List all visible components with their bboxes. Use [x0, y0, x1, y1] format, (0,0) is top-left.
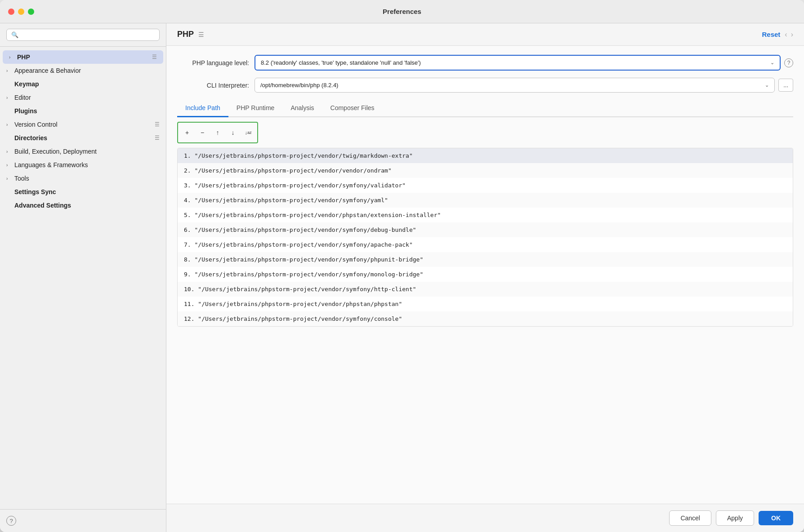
list-item[interactable]: 11. "/Users/jetbrains/phpstorm-project/v…: [178, 297, 793, 311]
sidebar-item-label: Version Control: [14, 121, 58, 128]
chevron-icon: ›: [9, 55, 14, 60]
language-level-label: PHP language level:: [177, 59, 249, 66]
bottom-bar: Cancel Apply OK: [166, 504, 804, 532]
cli-interpreter-control: /opt/homebrew/bin/php (8.2.4) ⌄ ...: [255, 78, 793, 93]
chevron-down-icon: ⌄: [765, 82, 769, 88]
close-button[interactable]: [8, 9, 14, 15]
path-toolbar: + − ↑ ↓ ↓az: [177, 122, 258, 143]
chevron-down-icon: ⌄: [770, 60, 774, 66]
main-content-area: 🔍 › PHP ☰ › Appearance & Behavior Keymap: [0, 23, 804, 532]
panel-icon: ☰: [198, 31, 204, 38]
badge-icon: ☰: [155, 121, 160, 128]
badge-icon: ☰: [155, 135, 160, 141]
chevron-icon: ›: [6, 122, 12, 127]
sidebar-item-advanced-settings[interactable]: Advanced Settings: [0, 199, 166, 212]
forward-button[interactable]: ›: [791, 31, 793, 39]
back-button[interactable]: ‹: [785, 31, 787, 39]
list-item[interactable]: 6. "/Users/jetbrains/phpstorm-project/ve…: [178, 222, 793, 237]
main-header: PHP ☰ Reset ‹ ›: [166, 23, 804, 46]
list-item[interactable]: 4. "/Users/jetbrains/phpstorm-project/ve…: [178, 193, 793, 208]
cli-interpreter-row: CLI Interpreter: /opt/homebrew/bin/php (…: [177, 78, 793, 93]
chevron-icon: ›: [6, 68, 12, 73]
cli-interpreter-select[interactable]: /opt/homebrew/bin/php (8.2.4) ⌄: [255, 78, 775, 93]
ok-button[interactable]: OK: [759, 511, 793, 525]
list-item[interactable]: 9. "/Users/jetbrains/phpstorm-project/ve…: [178, 267, 793, 282]
chevron-icon: ›: [6, 149, 12, 154]
cli-interpreter-edit-button[interactable]: ...: [778, 79, 793, 92]
badge-icon: ☰: [152, 54, 157, 60]
list-item[interactable]: 2. "/Users/jetbrains/phpstorm-project/ve…: [178, 163, 793, 178]
list-item[interactable]: 5. "/Users/jetbrains/phpstorm-project/ve…: [178, 208, 793, 222]
window-title: Preferences: [383, 8, 421, 15]
help-icon[interactable]: ?: [784, 58, 793, 67]
tab-include-path[interactable]: Include Path: [177, 100, 228, 117]
search-input[interactable]: [21, 31, 155, 38]
sidebar-item-build-execution-deployment[interactable]: › Build, Execution, Deployment: [0, 145, 166, 158]
tabs: Include Path PHP Runtime Analysis Compos…: [177, 100, 793, 117]
sidebar-item-appearance-behavior[interactable]: › Appearance & Behavior: [0, 64, 166, 77]
list-item[interactable]: 3. "/Users/jetbrains/phpstorm-project/ve…: [178, 178, 793, 193]
list-item[interactable]: 12. "/Users/jetbrains/phpstorm-project/v…: [178, 311, 793, 326]
cancel-button[interactable]: Cancel: [669, 510, 711, 526]
chevron-icon: ›: [6, 163, 12, 168]
apply-button[interactable]: Apply: [716, 510, 754, 526]
language-level-control: 8.2 ('readonly' classes, 'true' type, st…: [255, 55, 793, 71]
chevron-icon: ›: [6, 176, 12, 181]
sidebar-item-plugins[interactable]: Plugins: [0, 104, 166, 118]
sidebar-item-label: Tools: [14, 175, 29, 182]
minimize-button[interactable]: [18, 9, 24, 15]
path-list: 1. "/Users/jetbrains/phpstorm-project/ve…: [177, 148, 793, 327]
sidebar: 🔍 › PHP ☰ › Appearance & Behavior Keymap: [0, 23, 166, 532]
sidebar-item-label: Directories: [14, 134, 47, 142]
main-content: PHP language level: 8.2 ('readonly' clas…: [166, 46, 804, 504]
maximize-button[interactable]: [28, 9, 34, 15]
sidebar-item-label: Plugins: [14, 107, 37, 115]
sidebar-bottom: ?: [0, 509, 166, 532]
remove-path-button[interactable]: −: [195, 126, 210, 139]
tab-analysis[interactable]: Analysis: [282, 100, 322, 117]
list-item[interactable]: 10. "/Users/jetbrains/phpstorm-project/v…: [178, 282, 793, 297]
sidebar-item-version-control[interactable]: › Version Control ☰: [0, 118, 166, 131]
search-input-wrapper[interactable]: 🔍: [6, 29, 160, 41]
sidebar-item-label: Languages & Frameworks: [14, 161, 88, 168]
sidebar-item-label: Build, Execution, Deployment: [14, 148, 97, 155]
sidebar-item-languages-frameworks[interactable]: › Languages & Frameworks: [0, 158, 166, 172]
page-title: PHP: [177, 30, 194, 39]
sidebar-item-php[interactable]: › PHP ☰: [3, 50, 163, 64]
language-level-row: PHP language level: 8.2 ('readonly' clas…: [177, 55, 793, 71]
sidebar-item-label: Editor: [14, 94, 31, 101]
tab-content: Include Path PHP Runtime Analysis Compos…: [177, 100, 793, 327]
language-level-value: 8.2 ('readonly' classes, 'true' type, st…: [261, 59, 421, 66]
tab-composer-files[interactable]: Composer Files: [322, 100, 383, 117]
list-item[interactable]: 7. "/Users/jetbrains/phpstorm-project/ve…: [178, 237, 793, 252]
sort-button[interactable]: ↓az: [241, 126, 255, 139]
help-button[interactable]: ?: [6, 516, 16, 526]
add-path-button[interactable]: +: [180, 126, 194, 139]
sidebar-item-label: Settings Sync: [14, 188, 56, 195]
search-icon: 🔍: [11, 31, 18, 38]
sidebar-item-editor[interactable]: › Editor: [0, 91, 166, 104]
list-item[interactable]: 1. "/Users/jetbrains/phpstorm-project/ve…: [178, 148, 793, 163]
nav-arrows: ‹ ›: [785, 31, 793, 39]
sidebar-item-directories[interactable]: Directories ☰: [0, 131, 166, 145]
list-item[interactable]: 8. "/Users/jetbrains/phpstorm-project/ve…: [178, 252, 793, 267]
sidebar-item-label: Advanced Settings: [14, 202, 71, 209]
sidebar-item-label: PHP: [17, 53, 30, 61]
traffic-lights: [8, 9, 34, 15]
sidebar-item-settings-sync[interactable]: Settings Sync: [0, 185, 166, 199]
search-bar: 🔍: [0, 23, 166, 47]
move-up-button[interactable]: ↑: [210, 126, 225, 139]
cli-interpreter-label: CLI Interpreter:: [177, 82, 249, 89]
reset-button[interactable]: Reset: [762, 31, 780, 38]
title-bar: Preferences: [0, 0, 804, 23]
cli-interpreter-value: /opt/homebrew/bin/php (8.2.4): [260, 82, 338, 89]
language-level-select[interactable]: 8.2 ('readonly' classes, 'true' type, st…: [255, 55, 781, 71]
preferences-window: Preferences 🔍 › PHP ☰ › Appearance & Beh…: [0, 0, 804, 532]
sidebar-item-label: Appearance & Behavior: [14, 67, 81, 74]
main-panel: PHP ☰ Reset ‹ › PHP language level: 8.2 …: [166, 23, 804, 532]
tab-php-runtime[interactable]: PHP Runtime: [228, 100, 283, 117]
sidebar-item-keymap[interactable]: Keymap: [0, 77, 166, 91]
move-down-button[interactable]: ↓: [226, 126, 240, 139]
sidebar-item-label: Keymap: [14, 80, 39, 88]
sidebar-item-tools[interactable]: › Tools: [0, 172, 166, 185]
